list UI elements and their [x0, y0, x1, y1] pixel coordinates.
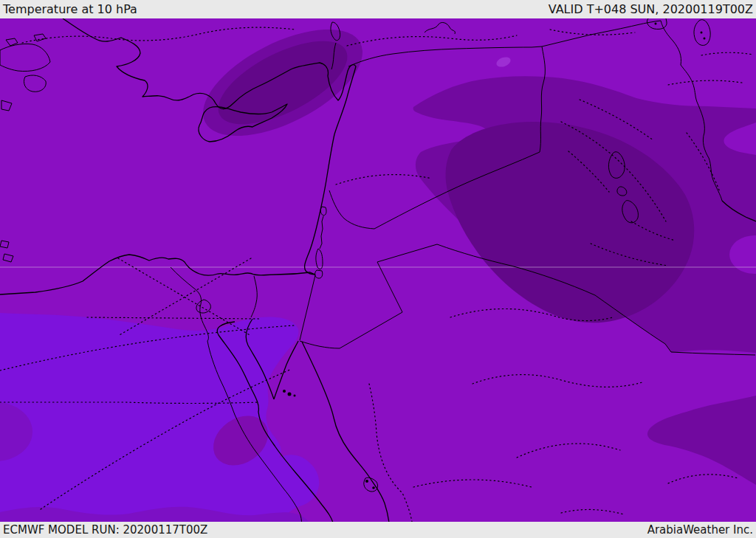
valid-time-label: VALID T+048 SUN, 20200119T00Z	[549, 2, 753, 16]
weather-map-screen: Temperature at 10 hPa VALID T+048 SUN, 2…	[0, 0, 756, 538]
credit-label: ArabiaWeather Inc.	[647, 523, 753, 537]
page-title: Temperature at 10 hPa	[3, 2, 137, 16]
temperature-fill-layer	[0, 18, 756, 522]
weather-map-svg	[0, 18, 756, 522]
header-bar: Temperature at 10 hPa VALID T+048 SUN, 2…	[0, 0, 756, 18]
weather-map	[0, 18, 756, 522]
model-run-label: ECMWF MODEL RUN: 20200117T00Z	[3, 523, 207, 537]
footer-bar: ECMWF MODEL RUN: 20200117T00Z ArabiaWeat…	[0, 522, 756, 538]
